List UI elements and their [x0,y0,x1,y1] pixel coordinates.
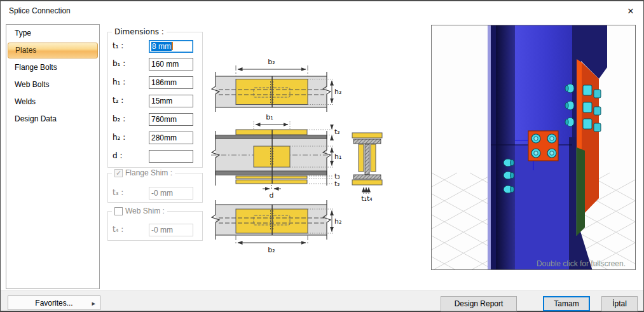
splice-diagram: b₂ h₂ b₁ [207,53,398,265]
flange-shim-row: t₃ : -0 mm [113,187,199,200]
flange-shim-group: ✓ Flange Shim : t₃ : -0 mm [107,173,203,203]
dimension-row-h1: h₁ : 186mm [113,76,199,89]
t4-label: t₄ : [113,225,123,234]
dim-label-h1: h₁ [334,153,341,161]
t1-selected-text: 8 mm [151,42,172,51]
h1-label: h₁ : [113,78,125,86]
flange-bolts-right [565,84,601,132]
dim-label-d: d [270,191,274,200]
sidebar-item-plates[interactable]: Plates [8,43,98,58]
t1-input[interactable]: 8 mm [149,40,193,53]
web-shim-group: Web Shim : t₄ : -0 mm [107,211,203,241]
web-shim-row: t₄ : -0 mm [113,224,199,236]
b1-label: b₁ : [113,59,125,68]
sidebar: Type Plates Flange Bolts Web Bolts Welds… [6,24,100,289]
diagram-top-flange-plan: b₂ h₂ [212,58,341,112]
dimension-row-t2: t₂ : 15mm [113,95,199,107]
flange-shim-header: ✓ Flange Shim : [112,168,175,177]
favorites-button[interactable]: Favorites... ▸ [8,295,100,310]
titlebar: Splice Connection ✕ [1,1,643,20]
t1-label: t₁ : [113,41,123,50]
t2-input[interactable]: 15mm [149,95,193,107]
ok-button[interactable]: Tamam [543,296,590,311]
dim-label-b2-top: b₂ [268,58,275,66]
splice-connection-dialog: Splice Connection ✕ Type Plates Flange B… [0,0,644,312]
dimension-row-b1: b₁ : 160 mm [113,58,199,71]
fullscreen-hint: Double click for fullscreen. [537,259,626,268]
dimension-row-h2: h₂ : 280mm [113,132,199,144]
web-shim-header: Web Shim : [112,207,167,215]
3d-viewer[interactable]: Double click for fullscreen. [431,25,636,270]
dim-label-h2-top: h₂ [334,88,341,96]
flange-shim-checkbox: ✓ [114,169,123,177]
design-report-button[interactable]: Design Report [441,296,517,311]
dimension-row-b2: b₂ : 760mm [113,113,199,126]
flange-splice-plate-green [577,147,585,236]
h2-label: h₂ : [113,133,125,142]
close-icon[interactable]: ✕ [624,5,637,18]
sidebar-item-design-data[interactable]: Design Data [6,111,99,128]
diagram-elevation: b₁ t₂ h₁ [211,113,341,200]
diagram-cross-section: t₁t₄ [352,133,382,203]
cancel-button[interactable]: İptal [601,296,638,311]
dim-label-t1t4: t₁t₄ [361,194,373,203]
sidebar-item-type[interactable]: Type [6,25,99,42]
h2-input[interactable]: 280mm [149,132,193,144]
web-shim-label: Web Shim : [125,207,165,215]
dim-label-t2-top: t₂ [334,128,340,136]
b1-input[interactable]: 160 mm [149,58,193,71]
check-icon: ✓ [116,169,121,177]
web-shim-checkbox[interactable] [114,207,123,215]
sidebar-item-welds[interactable]: Welds [6,93,99,111]
dim-label-h2-bot: h₂ [334,217,341,226]
h1-input[interactable]: 186mm [149,76,193,89]
flange-shim-label: Flange Shim : [125,168,172,177]
diagram-bottom-flange-plan: h₂ b₂ [212,200,341,254]
b2-input[interactable]: 760mm [149,113,193,126]
t4-input: -0 mm [149,224,193,236]
dimensions-group-label: Dimensions : [112,27,167,36]
text-caret [172,42,173,50]
sidebar-item-web-bolts[interactable]: Web Bolts [6,76,99,93]
dim-label-t2-bot: t₂ [334,180,340,188]
dim-label-b2-bot: b₂ [268,246,275,254]
d-input[interactable] [149,150,193,163]
sidebar-item-flange-bolts[interactable]: Flange Bolts [6,59,99,76]
dialog-title: Splice Connection [9,6,71,15]
footer-bar: Favorites... ▸ Design Report Tamam İptal [1,290,643,311]
dimensions-group: Dimensions : t₁ : 8 mm b₁ : 160 mm h₁ : … [107,32,203,168]
t3-label: t₃ : [113,188,123,197]
b2-label: b₂ : [113,114,125,123]
arrow-right-icon: ▸ [92,296,95,310]
dim-label-b1: b₁ [266,113,273,121]
flange-bolts-left [504,159,514,193]
dimension-row-t1: t₁ : 8 mm [113,40,199,53]
t3-input: -0 mm [149,187,193,200]
favorites-label: Favorites... [35,299,72,308]
d-label: d : [113,151,122,160]
dimension-row-d: d : [113,150,199,163]
t2-label: t₂ : [113,96,123,105]
